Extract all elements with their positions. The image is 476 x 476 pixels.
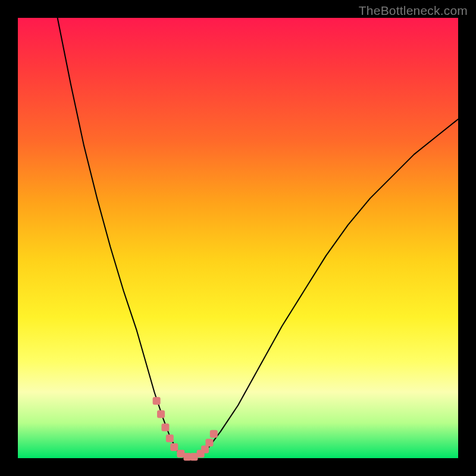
highlight-marker <box>183 453 191 461</box>
highlight-markers <box>153 397 218 461</box>
highlight-marker <box>157 411 165 418</box>
highlight-marker <box>166 434 174 442</box>
highlight-marker <box>170 443 178 451</box>
highlight-marker <box>177 450 184 458</box>
bottleneck-curve <box>58 18 458 458</box>
highlight-marker <box>205 439 213 447</box>
plot-background <box>18 18 458 458</box>
highlight-marker <box>210 430 218 438</box>
highlight-marker <box>190 453 198 461</box>
watermark-label: TheBottleneck.com <box>359 4 468 18</box>
highlight-marker <box>161 424 169 431</box>
highlight-marker <box>153 397 161 405</box>
chart-frame: TheBottleneck.com <box>0 0 476 476</box>
chart-svg <box>18 18 458 458</box>
highlight-marker <box>201 446 209 453</box>
